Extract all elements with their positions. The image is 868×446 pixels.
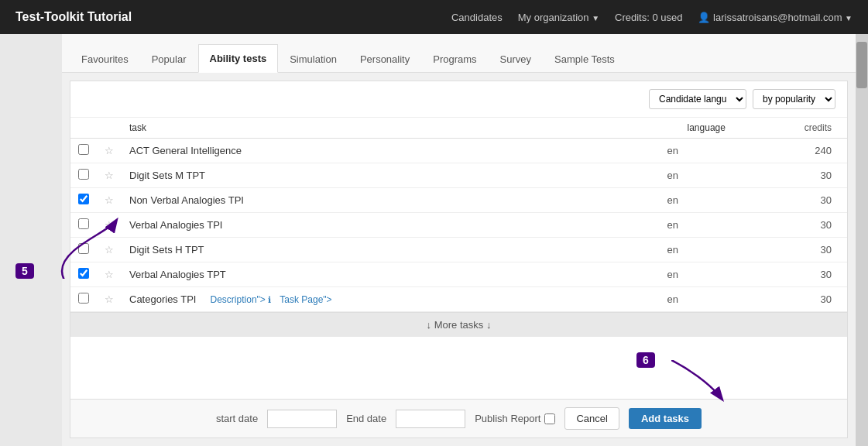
row7-star[interactable]: ☆: [97, 287, 122, 312]
col-language: language: [612, 118, 733, 139]
table-row: ☆ ACT General Intelligence en 240: [70, 139, 847, 163]
more-tasks-button[interactable]: ↓ More tasks ↓: [70, 312, 847, 337]
start-date-label: start date: [216, 413, 258, 424]
language-dropdown[interactable]: Candidate langu: [649, 89, 746, 109]
annotation-badge-6: 6: [636, 352, 655, 368]
row3-credits: 30: [733, 188, 847, 213]
row2-task-name: Digit Sets M TPT: [122, 163, 612, 188]
tab-ability-tests[interactable]: Ability tests: [198, 44, 279, 73]
table-row: ☆ Verbal Analogies TPT en 30: [70, 262, 847, 287]
cancel-button[interactable]: Cancel: [564, 407, 619, 430]
annotation-arrow-5: [54, 217, 132, 279]
table-row: ☆ Non Verbal Analogies TPI en 30: [70, 188, 847, 213]
row2-checkbox[interactable]: [78, 169, 89, 180]
row5-credits: 30: [733, 238, 847, 262]
row3-checkbox[interactable]: [78, 194, 89, 204]
table-row: ☆ Categories TPI Description"> ℹ Task Pa…: [70, 287, 847, 312]
tab-survey[interactable]: Survey: [489, 45, 543, 73]
org-dropdown-arrow: ▼: [592, 14, 599, 22]
tab-sample-tests[interactable]: Sample Tests: [543, 45, 626, 73]
row1-task-name: ACT General Intelligence: [122, 139, 612, 163]
publish-report-checkbox[interactable]: [544, 413, 555, 424]
row4-task-name: Verbal Analogies TPI: [122, 213, 612, 238]
scrollbar[interactable]: [856, 34, 868, 446]
row7-checkbox[interactable]: [78, 293, 89, 304]
row2-language: en: [612, 163, 733, 188]
col-credits: credits: [733, 118, 847, 139]
row6-task-name: Verbal Analogies TPT: [122, 262, 612, 287]
row4-credits: 30: [733, 213, 847, 238]
row4-language: en: [612, 213, 733, 238]
row6-credits: 30: [733, 262, 847, 287]
row6-language: en: [612, 262, 733, 287]
end-date-input[interactable]: [396, 410, 465, 428]
row2-star[interactable]: ☆: [97, 163, 122, 188]
tab-programs[interactable]: Programs: [421, 45, 488, 73]
app-title: Test-Toolkit Tutorial: [15, 10, 436, 24]
row1-credits: 240: [733, 139, 847, 163]
annotation-arrow-6: [671, 360, 733, 407]
row7-language: en: [612, 287, 733, 312]
row5-task-name: Digit Sets H TPT: [122, 238, 612, 262]
row1-star[interactable]: ☆: [97, 139, 122, 163]
row1-checkbox[interactable]: [78, 144, 89, 155]
tasks-table-container: task language credits ☆ ACT General Inte…: [70, 118, 847, 399]
credits-display: Credits: 0 used: [615, 12, 682, 23]
tab-popular[interactable]: Popular: [140, 45, 198, 73]
start-date-input[interactable]: [267, 410, 337, 428]
sort-dropdown[interactable]: by popularity: [753, 89, 835, 109]
add-tasks-button[interactable]: Add tasks: [629, 408, 702, 429]
tab-personality[interactable]: Personality: [348, 45, 421, 73]
table-row: ☆ Verbal Analogies TPI en 30: [70, 213, 847, 238]
row2-credits: 30: [733, 163, 847, 188]
info-icon[interactable]: ℹ: [268, 295, 271, 304]
candidates-link[interactable]: Candidates: [451, 12, 503, 23]
table-row: ☆ Digit Sets M TPT en 30: [70, 163, 847, 188]
header: Test-Toolkit Tutorial Candidates My orga…: [0, 0, 868, 34]
row7-task-name: Categories TPI Description"> ℹ Task Page…: [122, 287, 612, 312]
sidebar-left: [0, 34, 62, 446]
end-date-label: End date: [346, 413, 386, 424]
row3-language: en: [612, 188, 733, 213]
table-row: ☆ Digit Sets H TPT en 30: [70, 238, 847, 262]
tab-simulation[interactable]: Simulation: [278, 45, 348, 73]
tasks-table: task language credits ☆ ACT General Inte…: [70, 118, 847, 312]
col-check: [70, 118, 97, 139]
annotation-badge-5: 5: [15, 263, 34, 279]
user-dropdown-arrow: ▼: [845, 14, 853, 22]
user-menu[interactable]: 👤 larissatroisans@hotmail.com ▼: [698, 12, 853, 23]
toolbar: Candidate langu by popularity: [70, 81, 847, 118]
tab-favourites[interactable]: Favourites: [70, 45, 140, 73]
tabs-bar: Favourites Popular Ability tests Simulat…: [62, 34, 856, 73]
user-icon: 👤: [698, 12, 713, 23]
row5-language: en: [612, 238, 733, 262]
col-task: task: [122, 118, 612, 139]
publish-report-label: Publish Report: [475, 413, 555, 424]
content-area: Favourites Popular Ability tests Simulat…: [62, 34, 856, 446]
row1-language: en: [612, 139, 733, 163]
description-link[interactable]: Description">: [211, 294, 266, 305]
col-star: [97, 118, 122, 139]
header-nav: Candidates My organization ▼ Credits: 0 …: [451, 12, 853, 23]
row7-credits: 30: [733, 287, 847, 312]
row3-task-name: Non Verbal Analogies TPI: [122, 188, 612, 213]
organization-link[interactable]: My organization ▼: [518, 12, 599, 23]
task-page-link[interactable]: Task Page">: [280, 294, 331, 305]
row3-star[interactable]: ☆: [97, 188, 122, 213]
scrollbar-thumb[interactable]: [856, 42, 867, 88]
